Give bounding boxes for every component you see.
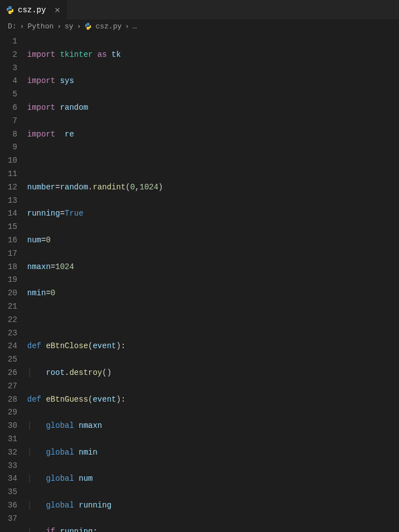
line-number: 19 (8, 274, 17, 287)
line-number: 14 (8, 207, 17, 221)
line-number: 9 (8, 141, 17, 154)
breadcrumb-folder[interactable]: Python (27, 22, 53, 31)
tab-title: csz.py (18, 6, 46, 14)
line-number: 34 (8, 472, 17, 486)
code-line: import random (27, 101, 322, 115)
line-number: 35 (8, 486, 17, 499)
line-number: 3 (8, 62, 17, 75)
breadcrumb-file[interactable]: csz.py (84, 22, 121, 31)
chevron-right-icon: › (19, 22, 26, 31)
line-number: 30 (8, 419, 17, 433)
line-number: 4 (8, 75, 17, 88)
breadcrumb-drive[interactable]: D: (8, 22, 17, 31)
chevron-right-icon: › (124, 22, 130, 31)
line-number: 29 (8, 406, 17, 419)
code-line: │ global nmin (27, 446, 322, 460)
code-line: │ if running: (27, 525, 322, 532)
tab-bar: csz.py (0, 0, 399, 19)
line-number: 28 (8, 393, 17, 407)
line-number: 22 (8, 314, 17, 327)
line-number: 37 (8, 513, 17, 526)
breadcrumb-folder[interactable]: sy (65, 22, 74, 31)
line-number: 27 (8, 380, 17, 393)
chevron-right-icon: › (56, 22, 62, 31)
line-number: 26 (8, 367, 17, 380)
line-number: 11 (8, 168, 17, 181)
code-line: import tkinter as tk (27, 48, 322, 62)
code-content[interactable]: import tkinter as tk import sys import r… (27, 35, 322, 532)
line-number: 23 (8, 327, 17, 340)
code-line: def eBtnGuess(event): (27, 393, 322, 407)
line-number: 24 (8, 340, 17, 353)
chevron-right-icon: › (76, 22, 82, 31)
code-line (27, 154, 322, 168)
line-number: 8 (8, 128, 17, 141)
line-number: 32 (8, 446, 17, 460)
code-line: │ global num (27, 472, 322, 486)
line-number: 25 (8, 353, 17, 367)
code-line: nmin=0 (27, 287, 322, 300)
line-number: 12 (8, 181, 17, 194)
code-line: │ global nmaxn (27, 419, 322, 433)
code-editor[interactable]: 1234567891011121314151617181920212223242… (0, 33, 399, 532)
line-number: 18 (8, 261, 17, 274)
code-line (27, 314, 322, 327)
code-line: │ root.destroy() (27, 367, 322, 380)
line-number: 7 (8, 115, 17, 128)
line-number: 13 (8, 194, 17, 208)
code-line: running=True (27, 207, 322, 221)
line-number: 21 (8, 300, 17, 314)
line-number: 10 (8, 154, 17, 168)
code-line: def eBtnClose(event): (27, 340, 322, 353)
code-line: import sys (27, 75, 322, 88)
line-number: 2 (8, 48, 17, 62)
line-number: 31 (8, 433, 17, 446)
code-line: import re (27, 128, 322, 141)
line-number: 5 (8, 88, 17, 101)
line-number: 36 (8, 499, 17, 513)
line-number: 17 (8, 247, 17, 261)
line-number: 20 (8, 287, 17, 300)
line-number: 1 (8, 35, 17, 48)
tab-csz-py[interactable]: csz.py (0, 0, 67, 19)
line-number: 16 (8, 234, 17, 247)
line-number: 15 (8, 221, 17, 234)
code-line: number=random.randint(0,1024) (27, 181, 322, 194)
close-icon[interactable] (53, 6, 61, 14)
line-number: 6 (8, 101, 17, 115)
line-number-gutter: 1234567891011121314151617181920212223242… (0, 35, 27, 532)
python-file-icon (6, 6, 14, 14)
breadcrumb-file-label: csz.py (95, 22, 121, 31)
code-line: num=0 (27, 234, 322, 247)
line-number: 33 (8, 460, 17, 473)
code-line: │ global running (27, 499, 322, 513)
breadcrumb-trail[interactable]: … (133, 22, 137, 31)
code-line: nmaxn=1024 (27, 261, 322, 274)
breadcrumb: D: › Python › sy › csz.py › … (0, 19, 399, 33)
